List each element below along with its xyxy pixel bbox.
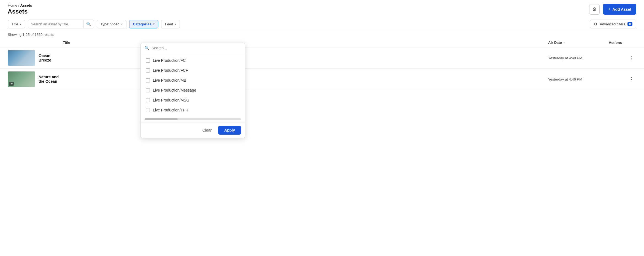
table-row: 👁 Nature and the Ocean Yesterday at 4:46… [0, 69, 644, 90]
advanced-filters-label: Advanced filters [600, 22, 625, 26]
results-count: Showing 1-25 of 1869 results [0, 31, 644, 38]
type-filter-label: Type: Video [101, 22, 119, 26]
item-label-2: Live Production/FCF [153, 68, 188, 73]
more-actions-button-2[interactable]: ⋮ [627, 75, 636, 83]
page-title: Assets [8, 8, 32, 15]
list-item[interactable]: Live Production/FCF [141, 65, 245, 75]
dropdown-list: Live Production/FC Live Production/FCF L… [141, 53, 245, 90]
breadcrumb-current: Assets [20, 3, 32, 7]
table-header: Title Air Date ↑ Actions [0, 38, 644, 47]
item-label-1: Live Production/FC [153, 58, 186, 63]
advanced-filters-badge: 0 [627, 22, 632, 26]
actions-cell-2: ⋮ [609, 75, 636, 83]
asset-name-1: Ocean Breeze [39, 54, 63, 62]
toolbar: Title ▾ 🔍 Type: Video ▾ Categories ▾ Fee… [0, 17, 644, 31]
categories-filter-button[interactable]: Categories ▾ [129, 20, 158, 28]
item-label-3: Live Production/MB [153, 78, 186, 82]
breadcrumb: Home / Assets [8, 3, 32, 7]
checkbox-2[interactable] [146, 68, 150, 73]
item-label-4: Live Production/Message [153, 88, 196, 90]
more-actions-button-1[interactable]: ⋮ [627, 54, 636, 62]
actions-cell-1: ⋮ [609, 54, 636, 62]
filter-sliders-icon: ⚙ [594, 22, 597, 26]
search-wrapper: 🔍 [28, 20, 94, 28]
dropdown-search-input[interactable] [151, 46, 241, 50]
sort-up-icon: ↑ [563, 41, 565, 45]
col-header-air-date[interactable]: Air Date ↑ [548, 41, 609, 45]
thumbnail-2: 👁 [8, 71, 35, 87]
col-header-empty [305, 41, 548, 45]
col-header-spacer [8, 41, 63, 45]
categories-filter-label: Categories [133, 22, 151, 26]
col-header-actions: Actions [609, 41, 636, 45]
feed-filter-label: Feed [165, 22, 173, 26]
settings-button[interactable]: ⚙ [589, 4, 600, 15]
advanced-filters-button[interactable]: ⚙ Advanced filters 0 [590, 20, 636, 28]
thumbnail-1 [8, 50, 35, 66]
hidden-icon: 👁 [9, 82, 14, 86]
title-chevron-icon: ▾ [20, 23, 21, 26]
asset-name-2: Nature and the Ocean [39, 75, 63, 84]
checkbox-4[interactable] [146, 88, 150, 90]
asset-cell-1: Ocean Breeze [8, 50, 63, 66]
categories-dropdown: 🔍 Live Production/FC Live Production/FCF… [140, 43, 245, 90]
plus-icon: + [608, 6, 611, 12]
breadcrumb-separator: / [18, 3, 19, 7]
dropdown-search-bar: 🔍 [141, 43, 245, 53]
breadcrumb-home[interactable]: Home [8, 3, 17, 7]
gear-icon: ⚙ [592, 6, 597, 12]
air-date-1: Yesterday at 4:48 PM [548, 56, 609, 60]
feed-chevron-icon: ▾ [175, 23, 176, 26]
table-row: Ocean Breeze Yesterday at 4:48 PM ⋮ [0, 47, 644, 69]
feed-filter-button[interactable]: Feed ▾ [161, 20, 180, 28]
type-filter-button[interactable]: Type: Video ▾ [97, 20, 126, 28]
search-button[interactable]: 🔍 [83, 20, 94, 28]
type-chevron-icon: ▾ [121, 23, 123, 26]
header-actions: ⚙ + Add Asset [589, 4, 636, 15]
title-filter-button[interactable]: Title ▾ [8, 20, 25, 28]
air-date-2: Yesterday at 4:46 PM [548, 77, 609, 81]
categories-chevron-icon: ▾ [153, 23, 155, 26]
list-item[interactable]: Live Production/MB [141, 75, 245, 85]
search-icon: 🔍 [86, 22, 91, 26]
checkbox-1[interactable] [146, 58, 150, 63]
add-asset-label: Add Asset [612, 7, 631, 12]
dropdown-search-icon: 🔍 [145, 46, 149, 50]
air-date-label: Air Date [548, 41, 562, 45]
asset-cell-2: 👁 Nature and the Ocean [8, 71, 63, 87]
search-input[interactable] [28, 20, 83, 28]
title-filter-label: Title [12, 22, 18, 26]
checkbox-3[interactable] [146, 78, 150, 82]
list-item[interactable]: Live Production/Message [141, 85, 245, 90]
add-asset-button[interactable]: + Add Asset [603, 4, 636, 15]
list-item[interactable]: Live Production/FC [141, 55, 245, 65]
